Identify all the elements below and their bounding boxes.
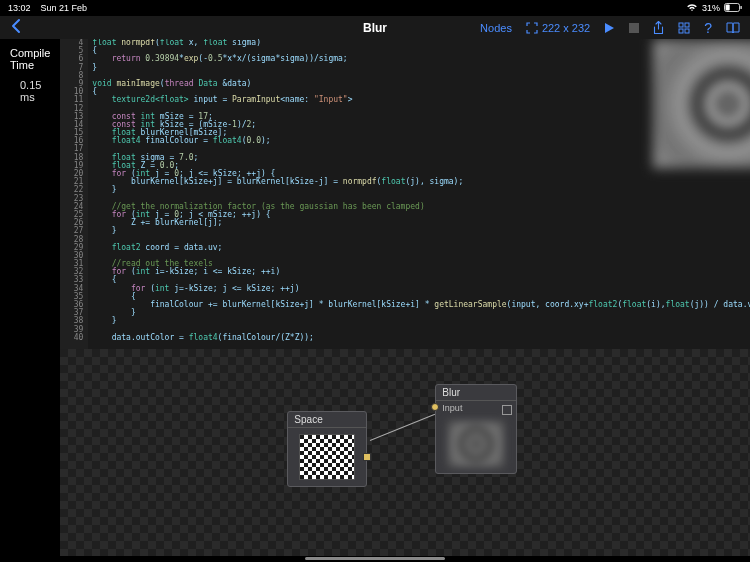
node-space[interactable]: Space (287, 411, 367, 487)
status-bar: 13:02 Sun 21 Feb 31% (0, 0, 750, 16)
svg-rect-5 (685, 23, 689, 27)
code-line[interactable]: } (92, 309, 750, 317)
help-button[interactable]: ? (704, 20, 712, 36)
svg-rect-1 (741, 6, 742, 9)
code-line[interactable]: } (92, 317, 750, 325)
svg-rect-7 (685, 29, 689, 33)
code-editor[interactable]: 4567891011121314151617181920212223242526… (60, 39, 750, 349)
book-icon[interactable] (726, 22, 740, 34)
code-line[interactable]: data.outColor = float4(finalColour/(Z*Z)… (92, 334, 750, 342)
node-blur-input-port[interactable] (431, 403, 439, 411)
battery-percent: 31% (702, 3, 720, 13)
back-button[interactable] (10, 20, 22, 37)
sidebar: Compile Time 0.15 ms (0, 39, 60, 556)
content: 4567891011121314151617181920212223242526… (60, 39, 750, 556)
compile-time-title: Compile Time (10, 47, 50, 71)
svg-rect-6 (679, 29, 683, 33)
nav-bar: Blur Nodes 222 x 232 ? (0, 16, 750, 39)
code-line[interactable]: for (int i=-kSize; i <= kSize; ++i) (92, 268, 750, 276)
status-date: Sun 21 Feb (41, 3, 88, 13)
code-line[interactable]: } (92, 64, 750, 72)
node-blur-output-indicator[interactable] (502, 405, 512, 415)
share-button[interactable] (653, 21, 664, 35)
code-line[interactable]: } (92, 227, 750, 235)
svg-rect-4 (679, 23, 683, 27)
nodes-button[interactable]: Nodes (480, 22, 512, 34)
code-line[interactable]: float sigma = 7.0; (92, 154, 750, 162)
compile-time-value: 0.15 ms (10, 79, 50, 103)
dimensions-button[interactable]: 222 x 232 (526, 22, 590, 34)
main: Compile Time 0.15 ms 4567891011121314151… (0, 39, 750, 556)
code-line[interactable]: void mainImage(thread Data &data) (92, 80, 750, 88)
grid-icon[interactable] (678, 22, 690, 34)
code-line[interactable]: float4 finalColour = float4(0.0); (92, 137, 750, 145)
stop-button[interactable] (629, 23, 639, 33)
home-indicator[interactable] (305, 557, 445, 561)
node-blur-title: Blur (436, 385, 516, 401)
play-button[interactable] (604, 22, 615, 34)
code-line[interactable]: texture2d<float> input = ParamInput<name… (92, 96, 750, 104)
node-graph[interactable]: Space Blur Input (60, 349, 750, 556)
code-line[interactable]: float normpdf(float x, float sigma) (92, 39, 750, 47)
code-line[interactable]: Z += blurKernel[j]; (92, 219, 750, 227)
battery-icon (724, 3, 742, 14)
code-line[interactable]: finalColour += blurKernel[kSize+j] * blu… (92, 301, 750, 309)
node-blur-thumb (448, 421, 504, 467)
dimensions-label: 222 x 232 (542, 22, 590, 34)
preview-thumbnail[interactable] (652, 39, 750, 169)
status-time: 13:02 (8, 3, 31, 13)
node-blur-input-row: Input (436, 401, 516, 415)
node-blur-input-label: Input (442, 403, 462, 413)
node-space-output-port[interactable] (363, 453, 371, 461)
code-line[interactable]: } (92, 186, 750, 194)
status-left: 13:02 Sun 21 Feb (8, 3, 87, 13)
code-line[interactable]: for (int j=-kSize; j <= kSize; ++j) (92, 285, 750, 293)
status-right: 31% (686, 3, 742, 14)
node-space-thumb (299, 434, 355, 480)
svg-rect-3 (629, 23, 639, 33)
node-connection (370, 414, 435, 441)
code-gutter: 4567891011121314151617181920212223242526… (60, 39, 88, 349)
code-line[interactable]: float2 coord = data.uv; (92, 244, 750, 252)
nav-right-tools: Nodes 222 x 232 ? (480, 20, 740, 36)
wifi-icon (686, 3, 698, 14)
node-blur[interactable]: Blur Input (435, 384, 517, 474)
nav-left (10, 18, 22, 38)
code-line[interactable]: return 0.39894*exp(-0.5*x*x/(sigma*sigma… (92, 55, 750, 63)
code-line[interactable]: blurKernel[kSize+j] = blurKernel[kSize-j… (92, 178, 750, 186)
code-body[interactable]: float normpdf(float x, float sigma){ ret… (88, 39, 750, 349)
line-number: 40 (60, 334, 83, 342)
node-space-title: Space (288, 412, 366, 428)
svg-rect-2 (726, 4, 730, 10)
